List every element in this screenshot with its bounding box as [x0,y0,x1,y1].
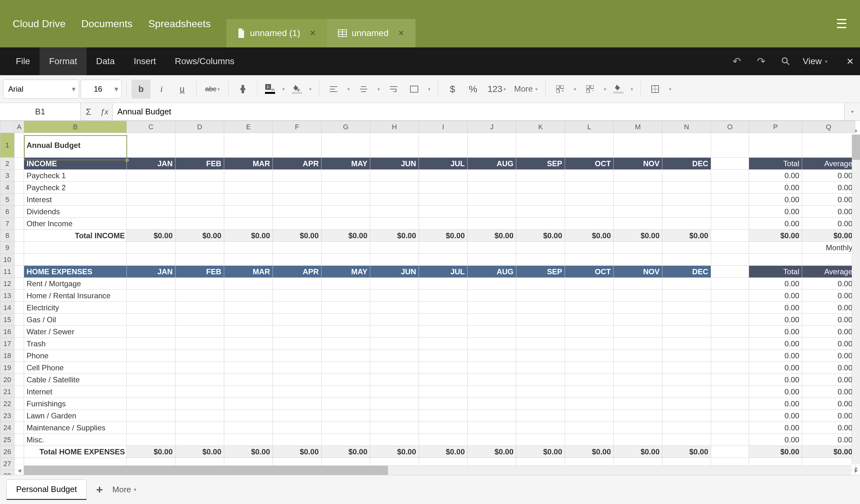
column-header[interactable]: K [516,121,565,133]
cell[interactable] [468,170,516,182]
cell[interactable] [565,182,614,194]
cell[interactable] [224,218,273,230]
cell[interactable] [419,422,468,434]
cell[interactable] [711,446,749,458]
cell[interactable] [419,314,468,326]
cell[interactable] [565,194,614,206]
cell[interactable] [127,170,175,182]
cell[interactable] [127,242,175,254]
cell[interactable] [662,362,711,374]
cell[interactable] [565,362,614,374]
cell[interactable] [662,350,711,362]
cell[interactable] [175,133,224,158]
expense-item-label[interactable]: Lawn / Garden [24,410,127,422]
cell[interactable] [565,386,614,398]
cell[interactable] [127,206,175,218]
cell[interactable] [468,338,516,350]
cell[interactable] [370,278,419,290]
cell[interactable] [614,302,662,314]
cell[interactable] [662,422,711,434]
row-header[interactable]: 26 [0,446,15,458]
cell[interactable] [370,422,419,434]
cell[interactable] [127,302,175,314]
row-header[interactable]: 11 [0,266,15,278]
month-header[interactable]: DEC [662,158,711,170]
cell[interactable] [370,206,419,218]
cell[interactable] [468,133,516,158]
summary-total[interactable]: 0.00 [749,374,802,386]
column-header[interactable]: N [662,121,711,133]
month-header[interactable]: MAY [321,266,370,278]
cell[interactable] [662,182,711,194]
cell[interactable] [662,434,711,446]
cell[interactable] [370,410,419,422]
total-expenses-value[interactable]: $0.00 [224,446,273,458]
cell[interactable] [662,314,711,326]
cell[interactable] [224,422,273,434]
cell[interactable] [419,206,468,218]
cell[interactable] [321,290,370,302]
cell[interactable] [614,338,662,350]
cell[interactable] [15,266,24,278]
add-sheet-icon[interactable]: + [96,483,103,496]
cell[interactable] [516,434,565,446]
cell[interactable] [321,434,370,446]
total-expenses-value[interactable]: $0.00 [127,446,175,458]
cell[interactable] [127,350,175,362]
summary-average[interactable]: 0.00 [802,194,855,206]
cell[interactable] [565,302,614,314]
cell[interactable] [224,254,273,266]
cell[interactable] [516,194,565,206]
cell[interactable] [614,278,662,290]
cell[interactable] [468,254,516,266]
cell[interactable] [662,374,711,386]
cell[interactable] [273,194,321,206]
close-icon[interactable]: ✕ [398,29,404,38]
insert-cells-button[interactable]: + [550,80,570,99]
cell[interactable] [468,362,516,374]
summary-average[interactable]: 0.00 [802,362,855,374]
cell[interactable] [127,410,175,422]
cell[interactable] [15,194,24,206]
summary-total[interactable]: 0.00 [749,290,802,302]
cell[interactable] [175,434,224,446]
cell[interactable] [565,206,614,218]
cell[interactable] [614,410,662,422]
cell[interactable] [565,278,614,290]
cell[interactable] [370,374,419,386]
merge-dropdown[interactable]: ▾ [425,80,433,99]
merge-cells-button[interactable] [405,80,424,99]
cell[interactable] [711,302,749,314]
cell[interactable] [749,133,802,158]
row-header[interactable]: 22 [0,398,15,410]
cell[interactable] [711,182,749,194]
cell[interactable] [711,374,749,386]
cell[interactable] [273,422,321,434]
cell[interactable] [15,302,24,314]
cell[interactable] [662,278,711,290]
cell[interactable] [321,302,370,314]
cell[interactable] [175,362,224,374]
cell[interactable] [127,398,175,410]
cell[interactable] [468,194,516,206]
total-expenses-value[interactable]: $0.00 [565,446,614,458]
total-expenses-value[interactable]: $0.00 [614,446,662,458]
cell[interactable] [614,374,662,386]
cell[interactable] [273,434,321,446]
summary-total[interactable]: 0.00 [749,350,802,362]
column-header[interactable]: J [468,121,516,133]
total-expenses-value[interactable]: $0.00 [468,446,516,458]
column-header[interactable]: H [370,121,419,133]
row-header[interactable]: 2 [0,158,15,170]
strikethrough-button[interactable]: abc ▾ [201,80,224,99]
cell[interactable] [662,338,711,350]
cell-reference-box[interactable]: B1 [0,103,81,120]
cell[interactable] [370,302,419,314]
menu-insert[interactable]: Insert [124,47,166,75]
cell[interactable] [15,446,24,458]
row-header[interactable]: 8 [0,230,15,242]
cell[interactable] [711,194,749,206]
cell[interactable] [662,170,711,182]
cell[interactable] [516,374,565,386]
align-left-button[interactable] [324,80,343,99]
